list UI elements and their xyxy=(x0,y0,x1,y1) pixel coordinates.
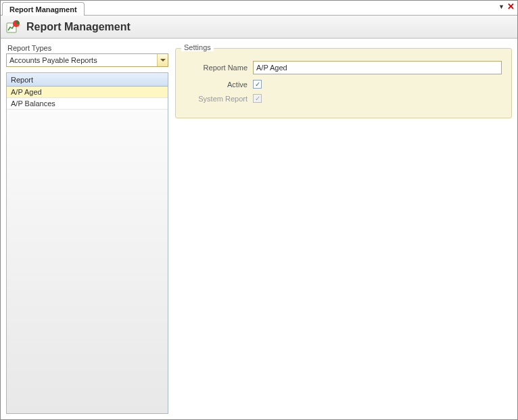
title-bar: Report Management xyxy=(1,16,517,39)
report-types-combo[interactable]: Accounts Payable Reports xyxy=(6,53,168,67)
active-checkbox[interactable]: ✓ xyxy=(253,80,262,89)
grid-column-header[interactable]: Report xyxy=(7,73,168,87)
check-icon: ✓ xyxy=(255,95,260,102)
tab-dropdown-icon[interactable]: ▼ xyxy=(498,3,504,10)
tab-report-management[interactable]: Report Managment xyxy=(2,2,85,16)
grid-row[interactable]: A/P Balances xyxy=(7,98,168,110)
left-panel: Report Types Accounts Payable Reports Re… xyxy=(6,44,168,414)
chevron-down-icon xyxy=(160,59,166,62)
tab-close-icon[interactable]: ✕ xyxy=(507,2,515,11)
grid-cell: A/P Aged xyxy=(11,88,42,96)
grid-header-label: Report xyxy=(11,76,33,84)
grid-row[interactable]: A/P Aged xyxy=(7,87,168,98)
report-management-window: Report Managment ▼ ✕ Report Management R… xyxy=(0,0,518,420)
right-panel: Settings Report Name Active ✓ System Rep… xyxy=(175,44,512,414)
combo-dropdown-button[interactable] xyxy=(157,54,168,66)
system-report-checkbox: ✓ xyxy=(253,94,262,103)
report-icon xyxy=(6,20,21,34)
tab-label: Report Managment xyxy=(9,5,77,14)
system-report-row: System Report ✓ xyxy=(185,94,502,103)
report-types-label: Report Types xyxy=(6,44,168,52)
page-title: Report Management xyxy=(26,21,131,33)
content-area: Report Types Accounts Payable Reports Re… xyxy=(1,39,517,419)
report-name-row: Report Name xyxy=(185,61,502,74)
settings-fieldset: Settings Report Name Active ✓ System Rep… xyxy=(175,48,512,118)
grid-cell: A/P Balances xyxy=(11,99,55,108)
reports-grid[interactable]: Report A/P Aged A/P Balances xyxy=(6,72,168,414)
combo-selected-text: Accounts Payable Reports xyxy=(7,54,157,66)
tab-strip: Report Managment ▼ ✕ xyxy=(1,1,517,16)
report-name-input[interactable] xyxy=(253,61,502,74)
report-name-label: Report Name xyxy=(185,64,253,72)
active-row: Active ✓ xyxy=(185,80,502,89)
system-report-label: System Report xyxy=(185,95,253,103)
check-icon: ✓ xyxy=(255,81,260,88)
tab-controls: ▼ ✕ xyxy=(498,2,515,11)
settings-legend: Settings xyxy=(181,43,214,51)
active-label: Active xyxy=(185,80,253,89)
